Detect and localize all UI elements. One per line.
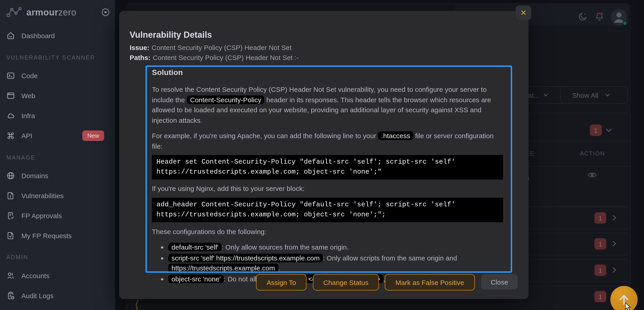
section-label-admin: ADMIN <box>6 254 28 261</box>
document-check-icon <box>6 211 15 220</box>
sidebar-item-my-fp-requests[interactable]: My FP Requests <box>6 229 109 242</box>
modal-title: Vulnerability Details <box>130 30 212 40</box>
mouse-cursor <box>625 303 631 310</box>
logo: armourzero <box>6 5 110 19</box>
sidebar: armourzero Dashboard VULNERABILITY SCANN… <box>0 0 115 310</box>
cloud-icon <box>6 111 15 120</box>
sidebar-item-web[interactable]: Web <box>6 89 109 102</box>
page-check-icon <box>6 231 15 240</box>
list-item: script-src 'self' https://trustedscripts… <box>168 253 503 274</box>
close-button[interactable]: Close <box>481 274 518 290</box>
nginx-code-block: add_header Content-Security-Policy "defa… <box>152 198 503 222</box>
list-item: default-src 'self': Only allow sources f… <box>168 242 503 253</box>
sidebar-item-audit-logs[interactable]: Audit Logs <box>6 289 109 302</box>
assign-to-button[interactable]: Assign To <box>256 274 306 291</box>
solution-paragraph: For example, if you're using Apache, you… <box>152 131 503 151</box>
apache-code-block: Header set Content-Security-Policy "defa… <box>152 155 503 180</box>
solution-section: Solution To resolve the Content Security… <box>152 68 503 285</box>
issue-label: Issue: <box>130 44 150 51</box>
section-label-manage: MANAGE <box>6 155 36 161</box>
terminal-icon <box>6 71 15 80</box>
api-new-badge: New <box>82 130 104 141</box>
solution-paragraph: These configurations do the following: <box>152 227 503 237</box>
solution-paragraph: To resolve the Content Security Policy (… <box>152 84 503 125</box>
sidebar-item-vulnerabilities[interactable]: Vulnerabilities <box>6 189 109 202</box>
paths-label: Paths: <box>130 54 150 61</box>
sidebar-item-api[interactable]: API New <box>6 129 109 142</box>
users-icon <box>6 271 15 280</box>
sidebar-item-fp-approvals[interactable]: FP Approvals <box>6 209 109 222</box>
home-icon <box>6 31 15 40</box>
globe-icon <box>6 171 15 180</box>
clipboard-clock-icon <box>6 291 15 300</box>
issue-line: Issue:Content Security Policy (CSP) Head… <box>130 44 292 51</box>
sidebar-item-domains[interactable]: Domains <box>6 169 109 182</box>
mark-false-positive-button[interactable]: Mark as False Positive <box>385 274 475 291</box>
close-x-icon: ✕ <box>520 8 527 17</box>
solution-heading: Solution <box>152 68 503 77</box>
armourzero-logo-icon <box>6 6 22 18</box>
paths-value: Content Security Policy (CSP) Header Not… <box>153 54 299 61</box>
change-status-button[interactable]: Change Status <box>313 274 379 291</box>
solution-paragraph: If you're using Nginx, add this to your … <box>152 184 503 194</box>
issue-value: Content Security Policy (CSP) Header Not… <box>152 44 292 51</box>
brand-name: armourzero <box>26 7 76 17</box>
browser-icon <box>6 91 15 100</box>
section-label-vulnerability-scanner: VULNERABILITY SCANNER <box>6 54 95 61</box>
sidebar-item-infra[interactable]: Infra <box>6 109 109 122</box>
paths-line: Paths:Content Security Policy (CSP) Head… <box>130 54 299 61</box>
document-alert-icon <box>6 191 15 200</box>
sidebar-item-code[interactable]: Code <box>6 69 109 82</box>
sidebar-item-dashboard[interactable]: Dashboard <box>6 29 109 42</box>
sidebar-item-accounts[interactable]: Accounts <box>6 269 109 282</box>
api-icon <box>6 131 15 140</box>
sidebar-collapse-icon[interactable] <box>102 8 110 16</box>
modal-close-button[interactable]: ✕ <box>516 5 531 20</box>
vulnerability-details-modal: ✕ Vulnerability Details Issue:Content Se… <box>119 11 528 299</box>
